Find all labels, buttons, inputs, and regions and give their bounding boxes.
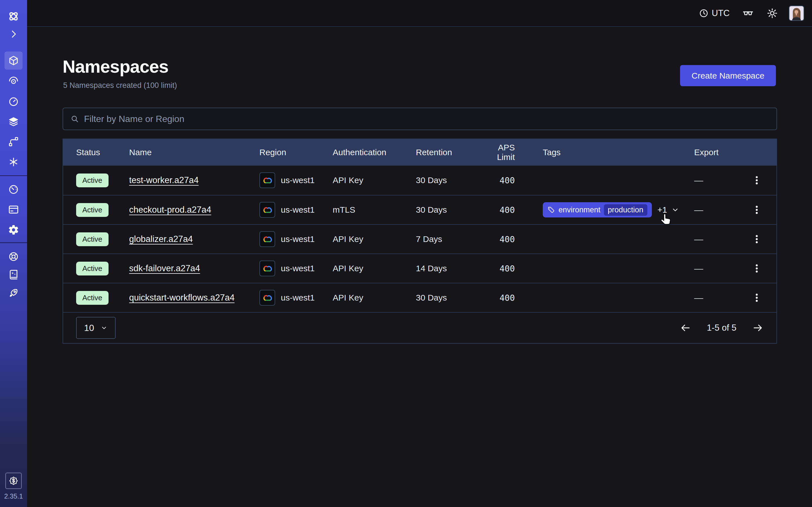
name-cell: checkout-prod.a27a4 (129, 205, 259, 215)
cube-icon (8, 55, 19, 66)
sidebar-item-schedules[interactable] (4, 93, 22, 110)
row-menu-button[interactable] (750, 292, 763, 303)
kebab-menu-icon (751, 263, 762, 274)
chevron-down-icon (100, 324, 108, 332)
kebab-menu-icon (751, 175, 762, 186)
tag-pill-value: production (604, 204, 647, 216)
export-cell: — (694, 293, 750, 303)
status-badge: Active (76, 203, 109, 217)
row-menu-button[interactable] (750, 204, 763, 216)
tag-icon (547, 206, 555, 214)
table-row: Active quickstart-workflows.a27a4 us-wes… (63, 283, 776, 312)
sidebar-item-nexus[interactable] (4, 153, 22, 171)
rocket-icon (8, 287, 19, 298)
page-title: Namespaces (63, 56, 168, 76)
name-cell: quickstart-workflows.a27a4 (129, 293, 259, 303)
sidebar-item-billing[interactable] (4, 201, 22, 219)
namespace-link[interactable]: quickstart-workflows.a27a4 (129, 293, 235, 302)
retention-cell: 30 Days (416, 175, 479, 185)
filter-input[interactable] (84, 114, 770, 124)
aps-limit-cell: 400 (479, 205, 543, 215)
namespace-link[interactable]: checkout-prod.a27a4 (129, 205, 211, 215)
sidebar-item-workflows[interactable] (4, 133, 22, 151)
create-namespace-button[interactable]: Create Namespace (680, 65, 776, 86)
status-cell: Active (76, 232, 129, 246)
tag-pill-key: environment (559, 206, 601, 214)
page-size-select[interactable]: 10 (76, 317, 116, 339)
table-header-row: Status Name Region Authentication Retent… (63, 139, 776, 166)
table-row: Active sdk-failover.a27a4 us-west1 API K… (63, 253, 776, 283)
page-subtitle: 5 Namespaces created (100 limit) (63, 81, 177, 90)
gcp-cloud-icon (259, 202, 275, 218)
sidebar-item-namespaces[interactable] (4, 52, 22, 69)
gcp-cloud-icon (259, 231, 275, 247)
temporal-logo-icon (4, 7, 22, 25)
sidebar-item-monitor[interactable] (4, 72, 22, 90)
table-footer: 10 1-5 of 5 (63, 312, 776, 343)
aps-limit-cell: 400 (479, 175, 543, 185)
sidebar-item-docs[interactable] (4, 266, 22, 284)
sidebar-item-support[interactable] (4, 247, 22, 266)
namespace-link[interactable]: globalizer.a27a4 (129, 234, 193, 244)
row-menu-button[interactable] (750, 233, 763, 245)
kebab-menu-icon (751, 233, 762, 245)
aps-limit-cell: 400 (479, 264, 543, 274)
authentication-cell: API Key (333, 293, 416, 302)
previous-page-button[interactable] (680, 322, 691, 334)
sidebar-item-usage[interactable] (4, 180, 22, 198)
tag-pill[interactable]: environment production (543, 202, 652, 217)
timezone-label: UTC (712, 8, 730, 18)
region-label: us-west1 (281, 264, 315, 273)
namespace-link[interactable]: sdk-failover.a27a4 (129, 263, 200, 273)
pricing-button[interactable] (5, 473, 22, 489)
ship-wheel-icon (8, 251, 19, 262)
namespace-link[interactable]: test-worker.a27a4 (129, 175, 199, 185)
kebab-menu-icon (751, 292, 762, 303)
glasses-icon (742, 7, 754, 19)
row-menu-button[interactable] (750, 263, 763, 274)
region-cell: us-west1 (259, 290, 333, 305)
status-badge: Active (76, 262, 109, 276)
sidebar-item-stack[interactable] (4, 113, 22, 131)
labs-button[interactable] (742, 7, 754, 19)
status-cell: Active (76, 291, 129, 305)
sidebar-expand-button[interactable] (4, 25, 22, 43)
region-cell: us-west1 (259, 172, 333, 188)
timezone-selector[interactable]: UTC (699, 8, 730, 18)
status-cell: Active (76, 173, 129, 187)
topbar: UTC (27, 0, 812, 27)
authentication-cell: API Key (333, 234, 416, 244)
sidebar-item-settings[interactable] (4, 221, 22, 239)
column-header-export: Export (694, 148, 750, 157)
status-cell: Active (76, 203, 129, 217)
branch-icon (8, 136, 19, 147)
table-row: Active test-worker.a27a4 us-west1 API Ke… (63, 166, 776, 195)
sidebar-divider (0, 175, 27, 176)
column-header-retention: Retention (416, 148, 479, 157)
gauge-icon (8, 184, 19, 195)
region-label: us-west1 (281, 175, 315, 185)
book-sparkles-icon (8, 269, 19, 280)
user-avatar[interactable] (789, 6, 804, 21)
authentication-cell: API Key (333, 175, 416, 185)
table-body: Active test-worker.a27a4 us-west1 API Ke… (63, 166, 776, 312)
row-menu-button[interactable] (750, 175, 763, 186)
gear-icon (8, 224, 19, 235)
status-badge: Active (76, 173, 109, 187)
export-cell: — (694, 234, 750, 244)
theme-toggle-button[interactable] (766, 7, 778, 19)
next-page-button[interactable] (752, 322, 763, 334)
authentication-cell: mTLS (333, 205, 416, 215)
gcp-cloud-icon (259, 172, 275, 188)
app-version: 2.35.1 (0, 492, 27, 500)
region-cell: us-west1 (259, 261, 333, 276)
gcp-cloud-icon (259, 261, 275, 276)
authentication-cell: API Key (333, 264, 416, 273)
sidebar-item-getting-started[interactable] (4, 284, 22, 302)
name-cell: globalizer.a27a4 (129, 234, 259, 244)
region-label: us-west1 (281, 234, 315, 244)
asterisk-icon (8, 156, 19, 168)
column-header-region: Region (259, 148, 333, 157)
region-label: us-west1 (281, 293, 315, 302)
kebab-menu-icon (751, 204, 762, 216)
